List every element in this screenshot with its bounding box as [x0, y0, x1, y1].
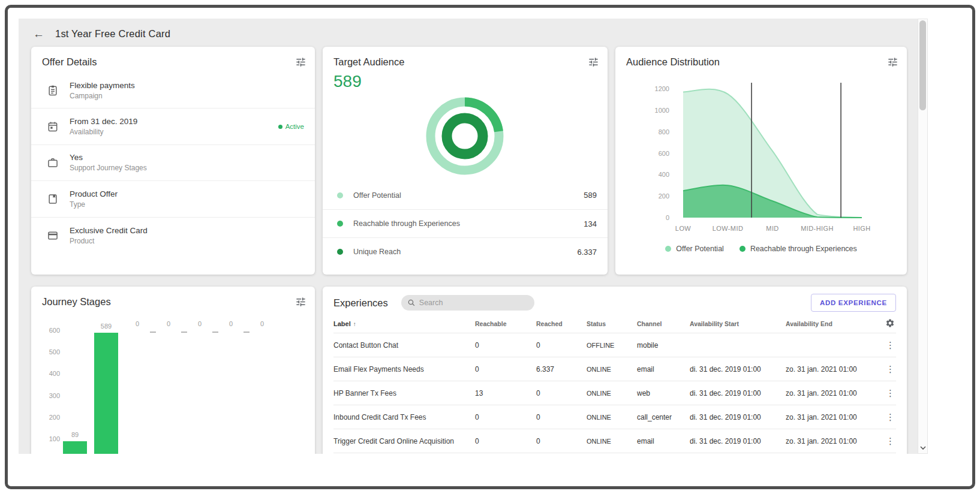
- column-header-label[interactable]: Label↑: [333, 320, 475, 327]
- experience-label: Contact Button Chat: [333, 341, 475, 350]
- kebab-menu-icon[interactable]: ⋮: [886, 436, 895, 446]
- legend-label: Unique Reach: [353, 248, 401, 256]
- scrollbar[interactable]: [918, 19, 928, 454]
- offer-detail-secondary: Availability: [70, 128, 137, 136]
- legend-label: Reachable through Experiences: [353, 219, 460, 228]
- legend-dot: [337, 249, 343, 255]
- cell-reachable: 0: [475, 413, 536, 421]
- svg-text:0: 0: [260, 320, 264, 327]
- scrollbar-thumb[interactable]: [919, 20, 926, 110]
- experience-label: Email Flex Payments Needs: [333, 365, 475, 373]
- offer-details-card: Offer Details Flexible payments Campaign: [31, 47, 315, 275]
- column-header-status[interactable]: Status: [587, 320, 637, 327]
- dashboard-page: ← 1st Year Free Credit Card Offer Detail…: [19, 19, 918, 454]
- cell-status: ONLINE: [587, 438, 637, 445]
- cell-reachable: 0: [475, 437, 536, 445]
- experience-label: Inbound Credit Card Tx Fees: [333, 413, 475, 421]
- tune-icon[interactable]: [887, 56, 898, 68]
- gear-icon[interactable]: [885, 318, 895, 328]
- legend-dot: [337, 221, 343, 227]
- tune-icon[interactable]: [295, 56, 306, 68]
- distribution-legend: Offer Potential Reachable through Experi…: [615, 245, 907, 253]
- svg-text:200: 200: [659, 192, 669, 200]
- offer-detail-primary: Exclusive Credit Card: [70, 226, 148, 235]
- offer-detail-text: From 31 dec. 2019 Availability: [70, 117, 137, 136]
- clipboard-icon: [47, 85, 59, 97]
- cell-availability-end: zo. 31 jan. 2021 01:00: [786, 437, 882, 445]
- column-header-availability-end[interactable]: Availability End: [786, 320, 882, 327]
- kebab-menu-icon[interactable]: ⋮: [886, 388, 895, 398]
- svg-text:0: 0: [666, 214, 669, 221]
- tune-icon[interactable]: [588, 56, 599, 68]
- legend-item: Reachable through Experiences: [739, 245, 857, 253]
- offer-detail-row: Product Offer Type: [31, 181, 315, 217]
- add-experience-button[interactable]: ADD EXPERIENCE: [811, 294, 896, 312]
- search-box[interactable]: [401, 295, 534, 311]
- book-icon: [47, 193, 59, 205]
- svg-text:589: 589: [101, 323, 112, 330]
- offer-detail-secondary: Type: [70, 200, 118, 209]
- experiences-table: Label↑ Reachable Reached Status Channel …: [333, 314, 896, 453]
- legend-value: 589: [584, 191, 597, 200]
- cell-availability-start: di. 31 dec. 2019 01:00: [690, 437, 786, 445]
- credit-card-icon: [47, 230, 59, 242]
- audience-distribution-card: Audience Distribution 020040060080010001…: [615, 47, 907, 275]
- cell-channel: mobile: [637, 341, 690, 350]
- kebab-menu-icon[interactable]: ⋮: [886, 341, 895, 350]
- cell-channel: call_center: [637, 413, 690, 421]
- offer-detail-row: Yes Support Journey Stages: [31, 145, 315, 181]
- svg-text:0: 0: [167, 320, 170, 327]
- kebab-menu-icon[interactable]: ⋮: [886, 412, 895, 422]
- column-settings[interactable]: [885, 318, 896, 329]
- column-header-channel[interactable]: Channel: [637, 320, 690, 327]
- search-icon: [407, 299, 416, 307]
- chevron-down-icon: [920, 446, 926, 450]
- column-header-reachable[interactable]: Reachable: [475, 320, 536, 327]
- svg-text:MID: MID: [766, 225, 778, 232]
- svg-text:400: 400: [659, 171, 669, 178]
- column-header-reached[interactable]: Reached: [536, 320, 587, 327]
- offer-detail-secondary: Support Journey Stages: [70, 164, 147, 172]
- cell-reached: 0: [536, 389, 587, 397]
- tune-icon[interactable]: [295, 296, 306, 308]
- experience-row[interactable]: Inbound Credit Card Tx Fees 0 0 ONLINE c…: [333, 405, 896, 429]
- legend-value: 6.337: [577, 248, 597, 257]
- target-audience-count: 589: [333, 72, 362, 91]
- offer-detail-text: Product Offer Type: [70, 189, 118, 209]
- cell-status: ONLINE: [587, 390, 637, 397]
- legend-dot: [665, 246, 671, 252]
- svg-text:1200: 1200: [655, 85, 669, 92]
- svg-text:800: 800: [659, 128, 669, 135]
- cell-availability-start: di. 31 dec. 2019 01:00: [690, 365, 786, 373]
- experience-row[interactable]: Email Flex Payments Needs 0 6.337 ONLINE…: [333, 357, 896, 381]
- legend-label: Reachable through Experiences: [750, 245, 857, 253]
- audience-legend: Offer Potential 589 Reachable through Ex…: [323, 181, 608, 266]
- offer-detail-text: Yes Support Journey Stages: [70, 153, 147, 172]
- svg-text:0: 0: [229, 320, 233, 327]
- experience-row[interactable]: HP Banner Tx Fees 13 0 ONLINE web di. 31…: [333, 381, 896, 405]
- offer-detail-row: Exclusive Credit Card Product: [31, 218, 315, 254]
- back-button[interactable]: ←: [33, 28, 44, 40]
- svg-text:600: 600: [659, 150, 669, 157]
- offer-detail-text: Flexible payments Campaign: [70, 81, 135, 100]
- page-header: ← 1st Year Free Credit Card: [19, 19, 918, 49]
- svg-text:100: 100: [49, 435, 60, 442]
- experience-label: Trigger Credit Card Online Acquisition: [333, 437, 475, 445]
- briefcase-icon: [47, 156, 59, 168]
- search-input[interactable]: [419, 299, 528, 307]
- column-header-availability-start[interactable]: Availability Start: [690, 320, 786, 327]
- offer-details-list: Flexible payments Campaign From 31 dec. …: [31, 73, 315, 254]
- legend-value: 134: [584, 219, 597, 228]
- experience-row[interactable]: Contact Button Chat 0 0 OFFLINE mobile ⋮: [333, 333, 896, 357]
- experience-label: HP Banner Tx Fees: [333, 389, 475, 397]
- legend-row: Unique Reach 6.337: [323, 237, 608, 266]
- offer-detail-primary: Flexible payments: [70, 81, 135, 90]
- calendar-icon: [47, 121, 59, 132]
- experiences-card: Experiences ADD EXPERIENCE Label↑ Reacha…: [323, 287, 907, 454]
- status-label: Active: [285, 123, 304, 130]
- experience-row[interactable]: Trigger Credit Card Online Acquisition 0…: [333, 429, 896, 453]
- kebab-menu-icon[interactable]: ⋮: [886, 365, 895, 374]
- scroll-down-button[interactable]: [918, 442, 927, 453]
- cell-status: ONLINE: [587, 414, 637, 421]
- offer-detail-text: Exclusive Credit Card Product: [70, 226, 148, 245]
